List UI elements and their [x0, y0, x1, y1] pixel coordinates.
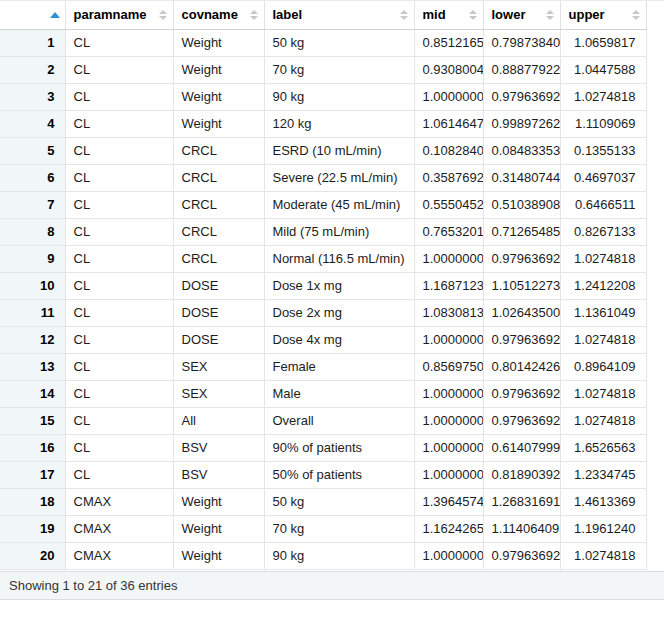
cell-mid: 1.0000000	[414, 542, 483, 569]
column-header-paramname[interactable]: paramname	[65, 1, 173, 29]
cell-paramname: CL	[65, 245, 173, 272]
column-header-upper[interactable]: upper	[560, 1, 646, 29]
cell-label: Male	[264, 380, 414, 407]
cell-paramname: CL	[65, 353, 173, 380]
table-row: 5 CL CRCL ESRD (10 mL/min) 0.1082840 0.0…	[0, 137, 646, 164]
column-header-label: label	[273, 7, 303, 22]
table-row: 7 CL CRCL Moderate (45 mL/min) 0.5550452…	[0, 191, 646, 218]
cell-covname: BSV	[173, 434, 264, 461]
column-header-label[interactable]: label	[264, 1, 414, 29]
cell-mid: 0.5550452	[414, 191, 483, 218]
table-row: 15 CL All Overall 1.0000000 0.97963692 1…	[0, 407, 646, 434]
cell-mid: 0.8569750	[414, 353, 483, 380]
cell-mid: 0.1082840	[414, 137, 483, 164]
cell-lower: 0.97963692	[483, 326, 560, 353]
cell-upper: 1.4613369	[560, 488, 646, 515]
cell-mid: 1.0000000	[414, 245, 483, 272]
header-row: paramname covname label mid lower	[0, 1, 646, 29]
cell-upper: 1.0447588	[560, 56, 646, 83]
cell-covname: CRCL	[173, 218, 264, 245]
cell-label: 120 kg	[264, 110, 414, 137]
cell-paramname: CL	[65, 110, 173, 137]
table-row: 4 CL Weight 120 kg 1.0614647 0.99897262 …	[0, 110, 646, 137]
cell-label: 90% of patients	[264, 434, 414, 461]
cell-covname: CRCL	[173, 137, 264, 164]
cell-mid: 1.0000000	[414, 461, 483, 488]
row-number: 11	[0, 299, 65, 326]
cell-paramname: CL	[65, 83, 173, 110]
column-header-label: lower	[492, 7, 526, 22]
cell-lower: 0.80142426	[483, 353, 560, 380]
sort-both-icon	[632, 10, 640, 20]
cell-lower: 0.61407999	[483, 434, 560, 461]
table-row: 6 CL CRCL Severe (22.5 mL/min) 0.3587692…	[0, 164, 646, 191]
column-header-covname[interactable]: covname	[173, 1, 264, 29]
table-row: 13 CL SEX Female 0.8569750 0.80142426 0.…	[0, 353, 646, 380]
row-number: 16	[0, 434, 65, 461]
sort-both-icon	[250, 10, 258, 20]
cell-label: Dose 1x mg	[264, 272, 414, 299]
row-number: 17	[0, 461, 65, 488]
row-number: 20	[0, 542, 65, 569]
cell-covname: SEX	[173, 353, 264, 380]
cell-mid: 1.0830813	[414, 299, 483, 326]
cell-label: Moderate (45 mL/min)	[264, 191, 414, 218]
cell-label: Overall	[264, 407, 414, 434]
cell-covname: Weight	[173, 83, 264, 110]
cell-lower: 0.97963692	[483, 380, 560, 407]
table-row: 20 CMAX Weight 90 kg 1.0000000 0.9796369…	[0, 542, 646, 569]
cell-paramname: CL	[65, 29, 173, 56]
row-number: 8	[0, 218, 65, 245]
cell-mid: 1.0000000	[414, 434, 483, 461]
cell-lower: 0.08483353	[483, 137, 560, 164]
cell-label: 50 kg	[264, 29, 414, 56]
table-row: 18 CMAX Weight 50 kg 1.3964574 1.2683169…	[0, 488, 646, 515]
covariate-effects-table: paramname covname label mid lower	[0, 1, 647, 570]
cell-upper: 1.0274818	[560, 245, 646, 272]
cell-upper: 1.6526563	[560, 434, 646, 461]
cell-paramname: CL	[65, 218, 173, 245]
row-number: 10	[0, 272, 65, 299]
column-header-lower[interactable]: lower	[483, 1, 560, 29]
row-number: 5	[0, 137, 65, 164]
cell-paramname: CL	[65, 164, 173, 191]
cell-lower: 0.71265485	[483, 218, 560, 245]
cell-covname: Weight	[173, 110, 264, 137]
cell-mid: 0.3587692	[414, 164, 483, 191]
cell-mid: 1.1624265	[414, 515, 483, 542]
cell-paramname: CL	[65, 326, 173, 353]
row-number: 15	[0, 407, 65, 434]
cell-covname: DOSE	[173, 326, 264, 353]
cell-upper: 1.1961240	[560, 515, 646, 542]
cell-upper: 1.0659817	[560, 29, 646, 56]
cell-mid: 1.0614647	[414, 110, 483, 137]
cell-lower: 1.26831691	[483, 488, 560, 515]
cell-covname: SEX	[173, 380, 264, 407]
cell-label: 90 kg	[264, 83, 414, 110]
row-number: 3	[0, 83, 65, 110]
cell-lower: 0.97963692	[483, 542, 560, 569]
table-row: 12 CL DOSE Dose 4x mg 1.0000000 0.979636…	[0, 326, 646, 353]
cell-paramname: CL	[65, 299, 173, 326]
cell-label: 70 kg	[264, 56, 414, 83]
cell-upper: 1.0274818	[560, 380, 646, 407]
cell-lower: 0.79873840	[483, 29, 560, 56]
cell-label: Severe (22.5 mL/min)	[264, 164, 414, 191]
row-number: 7	[0, 191, 65, 218]
row-number: 6	[0, 164, 65, 191]
cell-upper: 0.8964109	[560, 353, 646, 380]
cell-lower: 0.81890392	[483, 461, 560, 488]
cell-label: 50 kg	[264, 488, 414, 515]
column-header-rownum[interactable]	[0, 1, 65, 29]
cell-mid: 1.0000000	[414, 83, 483, 110]
cell-covname: CRCL	[173, 191, 264, 218]
column-header-label: covname	[182, 7, 238, 22]
cell-mid: 0.8512165	[414, 29, 483, 56]
cell-paramname: CL	[65, 407, 173, 434]
table-row: 2 CL Weight 70 kg 0.9308004 0.88877922 1…	[0, 56, 646, 83]
column-header-label: mid	[423, 7, 446, 22]
cell-upper: 0.1355133	[560, 137, 646, 164]
column-header-mid[interactable]: mid	[414, 1, 483, 29]
table-row: 3 CL Weight 90 kg 1.0000000 0.97963692 1…	[0, 83, 646, 110]
row-number: 18	[0, 488, 65, 515]
